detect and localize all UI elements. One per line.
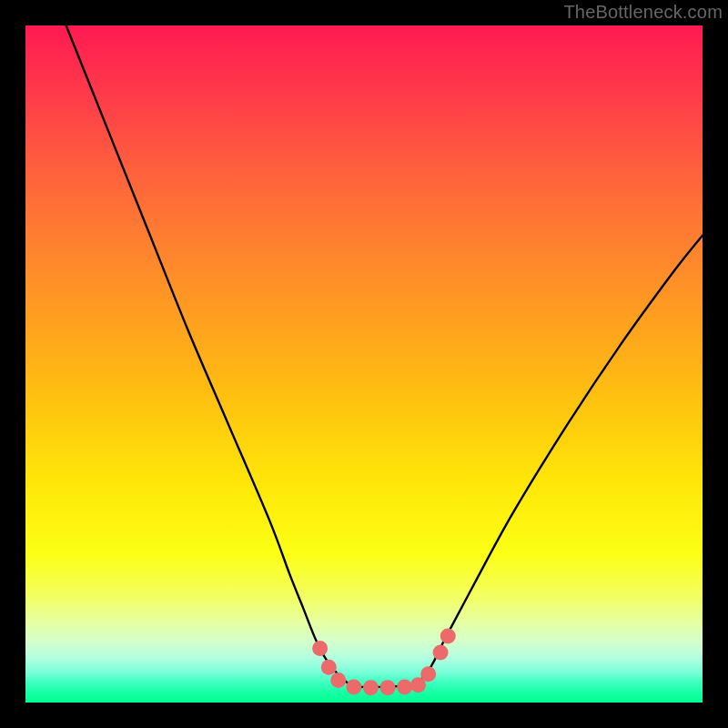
curve-marker [321,660,337,675]
curve-marker [363,680,379,695]
curve-marker [330,672,346,688]
curve-marker [312,641,328,656]
curve-marker [346,679,361,694]
curve-marker [440,629,456,644]
bottleneck-curve [66,25,703,687]
plot-area [25,25,703,703]
watermark-text: TheBottleneck.com [563,2,723,23]
curve-marker [397,679,412,694]
curve-marker [433,644,449,660]
curve-marker [380,680,396,695]
curve-marker [420,666,436,682]
chart-frame: TheBottleneck.com [0,0,728,728]
curve-svg [25,25,703,703]
